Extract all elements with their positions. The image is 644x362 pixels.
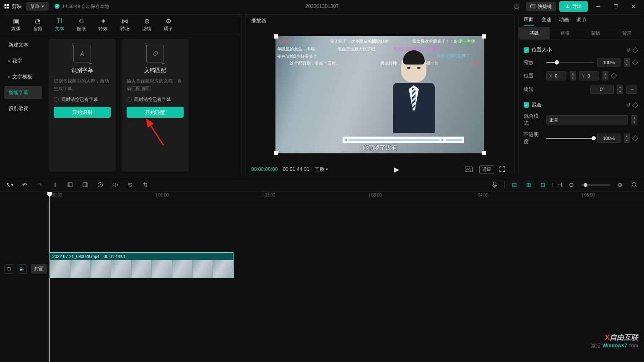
minimize-button[interactable] [591, 1, 605, 11]
quality-select[interactable]: 画质▼ [314, 166, 329, 173]
undo-button[interactable]: ↶ [20, 180, 29, 189]
mic-icon[interactable] [490, 180, 499, 189]
top-tab-1[interactable]: ◔音频 [27, 15, 49, 35]
prop-subtab[interactable]: 基础 [519, 27, 550, 39]
help-icon[interactable]: ? [510, 1, 523, 11]
danmaku-text: 腾讯视频 [457, 39, 473, 44]
blend-stepper[interactable]: ▲▼ [631, 115, 637, 124]
app-name: 剪映 [12, 3, 22, 10]
clip-filename: 2022-07-21_090028.mp4 [52, 254, 99, 259]
prop-subtab[interactable]: 背景 [611, 27, 642, 39]
top-tab-0[interactable]: ▣媒体 [5, 15, 27, 35]
snap-icon-3[interactable]: ⊡ [538, 180, 548, 189]
card-clear-check[interactable]: 同时清空已有字幕 [54, 96, 111, 103]
cover-button[interactable]: 封面 [31, 264, 47, 274]
pos-x-stepper[interactable]: ▲▼ [570, 71, 576, 80]
reset-icon[interactable]: ↺ [626, 102, 631, 108]
redo-button[interactable]: ↷ [35, 180, 44, 189]
prop-tab[interactable]: 变速 [541, 16, 551, 25]
keyframe-icon[interactable] [632, 102, 638, 108]
keyframe-icon[interactable] [632, 47, 638, 53]
play-button[interactable]: ▶ [394, 165, 399, 173]
rotate-value[interactable]: 0° [590, 85, 614, 94]
card-clear-check[interactable]: 同时清空已有字幕 [127, 96, 184, 103]
track-lock-icon[interactable]: ⊡ [4, 264, 13, 274]
scale-value[interactable]: 100% [597, 58, 621, 67]
pointer-tool[interactable]: ↖▼ [5, 180, 14, 189]
scale-stepper[interactable]: ▲▼ [624, 58, 630, 67]
watermark: X自由互联 激活 Windows7.com [591, 333, 638, 349]
top-tab-3[interactable]: ☺贴纸 [70, 15, 92, 35]
pos-size-check[interactable]: ✓ [524, 47, 529, 53]
blend-mode-select[interactable]: 正常 [546, 115, 628, 124]
top-tab-2[interactable]: TI文本 [49, 15, 70, 35]
pos-x-input[interactable]: X0 [546, 71, 566, 80]
prop-subtab[interactable]: 抠像 [550, 27, 581, 39]
fullscreen-icon[interactable] [499, 166, 509, 172]
speed-icon[interactable] [96, 180, 105, 189]
prop-tab[interactable]: 画面 [524, 16, 534, 26]
opacity-stepper[interactable]: ▲▼ [624, 134, 630, 143]
tab-icon: ◔ [35, 17, 41, 25]
crop-left-icon[interactable] [65, 180, 75, 189]
scale-slider[interactable] [546, 62, 594, 63]
app-logo: 剪映 [3, 3, 22, 10]
track-mute-icon[interactable]: 🔈 [18, 264, 27, 274]
keyframe-icon[interactable] [632, 135, 638, 141]
export-button[interactable]: 导出 [559, 1, 588, 12]
rotate-extra[interactable]: – [626, 85, 637, 94]
top-tab-7[interactable]: ⚙调节 [158, 15, 179, 35]
mirror-icon[interactable] [111, 180, 120, 189]
top-tab-4[interactable]: ✦特效 [92, 15, 114, 35]
reset-icon[interactable]: ↺ [626, 47, 631, 53]
subtitle-recognize-card: A 识别字幕 识别音视频中的人声，自动生成字幕。 同时清空已有字幕 开始识别 [49, 39, 116, 172]
pos-y-input[interactable]: Y0 [579, 71, 599, 80]
split-tool[interactable] [50, 180, 60, 189]
mix-check[interactable]: ✓ [524, 102, 529, 108]
ruler-tick: | 05:00 [582, 193, 595, 197]
opacity-slider[interactable] [546, 138, 594, 139]
prop-subtab[interactable]: 蒙版 [581, 27, 612, 39]
section-mix: 混合 [532, 101, 542, 109]
rotate-tool-icon[interactable] [126, 180, 135, 189]
pos-y-stepper[interactable]: ▲▼ [602, 71, 608, 80]
text-side-item[interactable]: 智能字幕 [4, 86, 42, 99]
text-side-item[interactable]: ▸文字模板 [4, 70, 42, 83]
tab-icon: ⚙ [166, 17, 171, 25]
top-tab-5[interactable]: ⋈转场 [114, 15, 136, 35]
prop-tab[interactable]: 调节 [576, 16, 587, 25]
zoom-out-icon[interactable]: ⊖ [567, 180, 576, 189]
ratio-select[interactable]: 适应 [479, 165, 494, 173]
zoom-fit-icon[interactable] [630, 180, 639, 189]
text-side-item[interactable]: 新建文本 [4, 38, 42, 52]
maximize-button[interactable] [609, 1, 623, 11]
start-match-button[interactable]: 开始匹配 [127, 107, 184, 118]
card-desc: 识别音视频中的人声，自动生成字幕。 [54, 78, 111, 92]
crop-tool-icon[interactable] [141, 180, 150, 189]
marker-icon[interactable]: ⊢⊣ [553, 180, 562, 189]
close-button[interactable] [626, 1, 641, 11]
snap-icon-2[interactable]: ⊞ [524, 180, 533, 189]
text-side-item[interactable]: 识别歌词 [4, 102, 42, 115]
danmaku-text: 其实 [473, 60, 481, 66]
section-pos-size: 位置大小 [532, 47, 552, 54]
shortcuts-button[interactable]: 快捷键 [526, 2, 556, 11]
top-tab-6[interactable]: ⊛滤镜 [136, 15, 158, 35]
crop-right-icon[interactable] [80, 180, 90, 189]
prop-tab[interactable]: 动画 [559, 16, 569, 25]
waveform-icon[interactable] [465, 166, 474, 172]
menu-button[interactable]: 菜单 ▼ [26, 2, 49, 11]
video-clip[interactable]: 2022-07-21_090028.mp4 00:01:44:01 [49, 252, 234, 278]
rotate-stepper[interactable]: ▲▼ [617, 85, 623, 94]
opacity-value[interactable]: 100% [597, 134, 621, 143]
text-side-item[interactable]: ▸花字 [4, 54, 42, 67]
zoom-slider[interactable] [581, 184, 610, 186]
card-title: 识别字幕 [71, 67, 93, 74]
danmaku-text: 这个配音别，有点一言难… [290, 60, 340, 66]
video-preview[interactable]: 大剧吖…单眼皮的女生，不错夜色倾城2少好看多了完了完了，这单眼皮的回眸好帅他会怎… [275, 36, 484, 153]
start-recognize-button[interactable]: 开始识别 [54, 107, 111, 118]
zoom-in-icon[interactable]: ⊕ [615, 180, 625, 189]
keyframe-icon[interactable] [611, 73, 617, 79]
snap-icon-1[interactable]: ⊟ [510, 180, 519, 189]
keyframe-icon[interactable] [632, 59, 638, 65]
